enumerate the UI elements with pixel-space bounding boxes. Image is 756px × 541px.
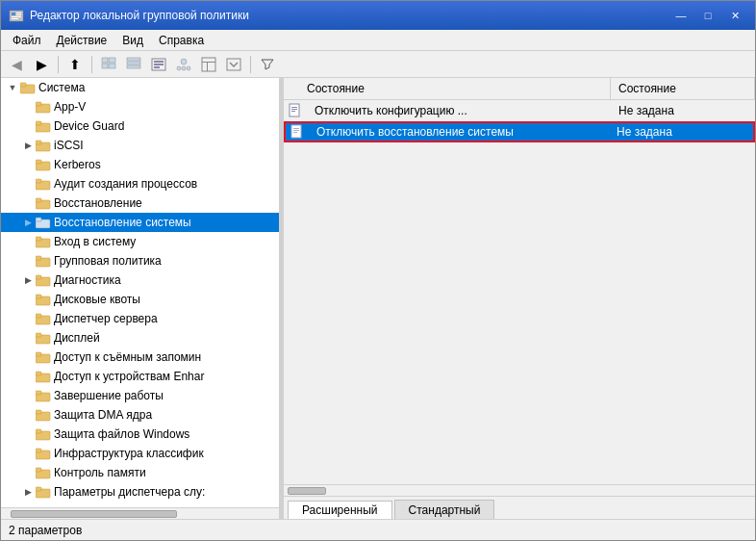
tree-item-deviceguard[interactable]: ▶ Device Guard	[1, 116, 279, 136]
menu-help[interactable]: Справка	[151, 32, 212, 49]
expander-infrastructure: ▶	[20, 446, 36, 461]
tree-hscroll[interactable]	[1, 507, 279, 519]
expander-sistema[interactable]: ▼	[5, 80, 20, 95]
tree-item-login[interactable]: ▶ Вход в систему	[1, 232, 279, 251]
svg-rect-2	[16, 13, 21, 13]
folder-icon-diagnostics	[36, 273, 51, 287]
tree-item-sistema[interactable]: ▼ Система	[1, 78, 279, 97]
tree-item-appv[interactable]: ▶ App-V	[1, 97, 279, 116]
maximize-button[interactable]: □	[695, 6, 720, 25]
svg-rect-36	[36, 179, 41, 183]
tree-item-scmparams[interactable]: ▶ Параметры диспетчера слу:	[1, 482, 279, 502]
svg-rect-50	[36, 314, 41, 318]
tree-item-removable[interactable]: ▶ Доступ к съёмным запомин	[1, 348, 279, 367]
forward-button[interactable]: ▶	[30, 54, 53, 75]
expander-kerberos[interactable]: ▶	[20, 157, 36, 172]
expander-audit: ▶	[20, 176, 36, 192]
svg-rect-56	[36, 372, 41, 375]
tree-label-diskquota: Дисковые квоты	[54, 293, 279, 306]
list-row[interactable]: Отключить конфигурацию ... Не задана	[284, 100, 755, 121]
tree-label-audit: Аудит создания процессов	[54, 177, 279, 191]
window-icon	[9, 8, 24, 23]
view-btn-5[interactable]	[197, 54, 220, 75]
svg-rect-52	[36, 333, 41, 337]
expander-recovery: ▶	[20, 195, 36, 211]
view-btn-3[interactable]	[147, 54, 170, 75]
window-controls: — □ ✕	[668, 6, 747, 25]
svg-rect-74	[293, 128, 299, 129]
tree-item-infrastructure[interactable]: ▶ Инфраструктура классифик	[1, 444, 279, 463]
right-hscroll[interactable]	[284, 484, 755, 496]
tree-item-grouppolicy[interactable]: ▶ Групповая политика	[1, 251, 279, 270]
list-body: Отключить конфигурацию ... Не задана	[284, 100, 755, 142]
expander-iscsi[interactable]: ▶	[20, 138, 36, 153]
tree-item-display[interactable]: ▶ Дисплей	[1, 328, 279, 348]
svg-rect-75	[293, 130, 299, 131]
folder-icon-removable	[36, 350, 51, 364]
menu-view[interactable]: Вид	[114, 32, 151, 49]
tab-extended[interactable]: Расширенный	[288, 501, 392, 519]
svg-rect-23	[207, 62, 208, 71]
svg-rect-66	[36, 468, 41, 472]
right-hscroll-thumb	[288, 487, 326, 495]
filter-button[interactable]	[256, 54, 279, 75]
svg-rect-46	[36, 275, 41, 279]
svg-rect-40	[36, 218, 41, 221]
tree-item-shutdown[interactable]: ▶ Завершение работы	[1, 386, 279, 405]
folder-icon-enhanced	[36, 370, 51, 383]
tree-scroll-area[interactable]: ▼ Система ▶	[1, 78, 279, 507]
col-header-state[interactable]: Состояние	[611, 78, 755, 99]
tabs-bar: Расширенный Стандартный	[284, 496, 755, 519]
list-row[interactable]: Отключить восстановление системы Не зада…	[284, 121, 755, 142]
tree-item-system-recovery[interactable]: ▶ Восстановление системы	[1, 213, 279, 232]
tree-item-kerberos[interactable]: ▶ Kerberos	[1, 155, 279, 174]
up-button[interactable]: ⬆	[63, 54, 87, 75]
view-btn-2[interactable]	[122, 54, 145, 75]
tab-standard[interactable]: Стандартный	[394, 500, 495, 519]
tree-item-memcontrol[interactable]: ▶ Контроль памяти	[1, 463, 279, 482]
minimize-button[interactable]: —	[668, 6, 693, 25]
expander-servermanager: ▶	[20, 311, 36, 326]
tree-item-dmaprotect[interactable]: ▶ Защита DMA ядра	[1, 405, 279, 425]
right-scroll-area[interactable]: Состояние Состояние	[284, 78, 755, 484]
svg-rect-4	[12, 16, 21, 17]
view-btn-1[interactable]	[97, 54, 120, 75]
folder-icon-grouppolicy	[36, 254, 51, 268]
expander-login: ▶	[20, 234, 36, 249]
expander-display: ▶	[20, 330, 36, 346]
svg-rect-38	[36, 198, 41, 202]
tree-item-servermanager[interactable]: ▶ Диспетчер сервера	[1, 309, 279, 328]
back-button[interactable]: ◀	[5, 54, 28, 75]
folder-icon-recovery	[36, 196, 51, 210]
svg-rect-22	[202, 62, 215, 63]
col-header-name[interactable]: Состояние	[299, 78, 611, 99]
expander-diagnostics[interactable]: ▶	[20, 272, 36, 288]
svg-rect-21	[202, 58, 215, 71]
folder-icon-memcontrol	[36, 466, 51, 479]
close-button[interactable]: ✕	[722, 6, 747, 25]
tree-label-removable: Доступ к съёмным запомин	[54, 350, 279, 364]
menu-file[interactable]: Файл	[5, 32, 49, 49]
view-btn-6[interactable]	[222, 54, 245, 75]
tree-item-recovery[interactable]: ▶ Восстановление	[1, 193, 279, 213]
tree-item-iscsi[interactable]: ▶ iSCSI	[1, 136, 279, 155]
tree-item-diskquota[interactable]: ▶ Дисковые квоты	[1, 290, 279, 309]
row-2-state: Не задана	[609, 123, 753, 141]
tree-item-audit[interactable]: ▶ Аудит создания процессов	[1, 174, 279, 193]
view-btn-4[interactable]	[172, 54, 195, 75]
tree-item-wfp[interactable]: ▶ Защита файлов Windows	[1, 425, 279, 444]
svg-rect-42	[36, 237, 41, 241]
folder-icon-audit	[36, 177, 51, 191]
menu-action[interactable]: Действие	[49, 32, 115, 49]
tree-item-enhanced[interactable]: ▶ Доступ к устройствам Enhar	[1, 367, 279, 386]
svg-rect-71	[291, 109, 297, 110]
tree-label-display: Дисплей	[54, 331, 279, 345]
expander-appv[interactable]: ▶	[20, 99, 36, 115]
svg-rect-73	[291, 125, 301, 138]
expander-scmparams[interactable]: ▶	[20, 484, 36, 500]
tree-item-diagnostics[interactable]: ▶ Диагностика	[1, 270, 279, 290]
toolbar-separator-2	[91, 56, 92, 73]
tree-label-grouppolicy: Групповая политика	[54, 254, 279, 268]
toolbar-separator-1	[58, 56, 59, 73]
expander-deviceguard[interactable]: ▶	[20, 118, 36, 134]
